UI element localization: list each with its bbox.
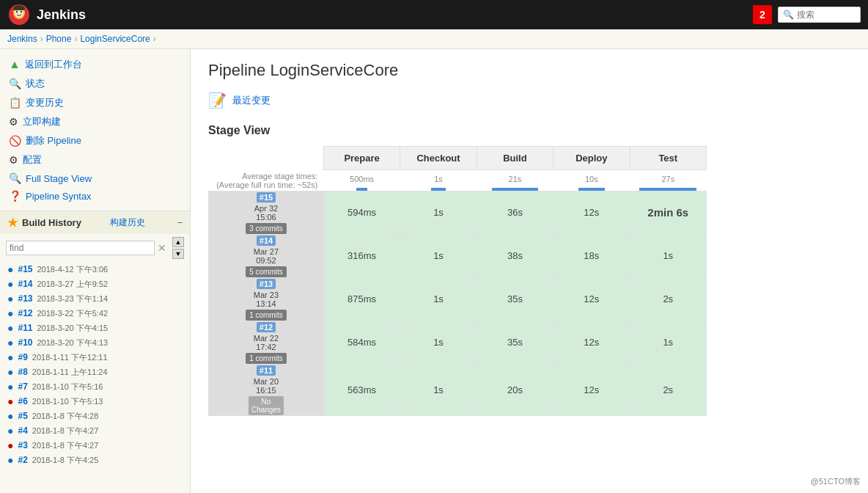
stage-cell[interactable]: 1s [630,234,706,277]
stage-time-value: 1s [663,250,673,261]
sidebar-link-syntax[interactable]: Pipeline Syntax [26,191,92,202]
build-status-icon: ● [7,278,13,290]
avg-bar [639,188,696,191]
build-nav-down-button[interactable]: ▼ [172,249,184,259]
build-nav-up-button[interactable]: ▲ [172,237,184,247]
stage-cell[interactable]: 1s [400,277,477,321]
build-number-link[interactable]: #11 [18,323,32,333]
build-list-item: ● #12 2018-3-22 下午5:42 [0,306,190,321]
page-title: Pipeline LoginServiceCore [208,61,850,80]
sidebar-item-build-now[interactable]: ⚙ 立即构建 [0,112,190,131]
build-date: 2018-1-8 下午4:27 [32,440,99,451]
stage-cell[interactable]: 1s [400,321,477,364]
stage-cell[interactable]: 20s [477,364,553,415]
stage-time-value: 875ms [347,293,376,304]
sidebar-link-config[interactable]: 配置 [23,153,42,167]
sidebar-link-back[interactable]: 返回到工作台 [25,58,82,71]
stage-cell[interactable]: 35s [477,321,553,364]
clear-search-button[interactable]: ✕ [158,242,166,254]
stage-cell[interactable]: 1s [400,191,477,234]
avg-bar [431,188,446,191]
stage-cell[interactable]: 12s [553,191,630,234]
stage-time-value: 2s [663,384,673,395]
stage-cell[interactable]: 875ms [323,277,400,321]
build-number-link[interactable]: #10 [18,337,32,348]
stage-cell[interactable]: 12s [553,364,630,415]
stage-cell[interactable]: 584ms [323,321,400,364]
breadcrumb-jenkins[interactable]: Jenkins [7,34,37,44]
build-row: #12 Mar 2217:42 1 commits 584ms1s35s12s1… [209,321,707,364]
build-number-link[interactable]: #13 [18,293,32,304]
stage-cell[interactable]: 1s [400,234,477,277]
stage-time-value: 35s [507,293,523,304]
build-number-link[interactable]: #6 [18,396,27,406]
stage-cell[interactable]: 36s [477,191,553,234]
build-date-cell: Mar 2217:42 [209,334,323,351]
stage-cell[interactable]: 18s [553,234,630,277]
build-number-link[interactable]: #4 [18,426,27,436]
build-num-badge: #15 [257,192,276,202]
stage-cell[interactable]: 12s [553,321,630,364]
build-history-link[interactable]: 构建历史 [110,216,145,229]
build-number-link[interactable]: #3 [18,440,27,450]
notepad-icon: 📝 [208,92,227,109]
sidebar-item-config[interactable]: ⚙ 配置 [0,150,190,169]
build-date: 2018-3-23 下午1:14 [37,293,108,304]
search-box[interactable]: 🔍 [778,7,861,23]
build-status-icon: ● [7,395,13,407]
sidebar-link-status[interactable]: 状态 [26,77,45,90]
build-number-link[interactable]: #2 [18,455,27,465]
stage-time-value: 584ms [347,337,376,348]
stage-cell[interactable]: 2min 6s [630,191,706,234]
sidebar-item-history[interactable]: 📋 变更历史 [0,93,190,112]
commits-badge[interactable]: 1 commits [246,353,287,364]
stage-cell[interactable]: 12s [553,277,630,321]
breadcrumb-login-service[interactable]: LoginServiceCore [80,34,150,44]
build-number-link[interactable]: #8 [18,367,27,377]
stage-cell[interactable]: 2s [630,277,706,321]
commits-badge[interactable]: 3 commits [246,223,287,234]
build-number: #15 [18,264,32,274]
stage-cell[interactable]: 38s [477,234,553,277]
magnifier-icon: 🔍 [9,78,21,90]
breadcrumb-phone[interactable]: Phone [46,34,72,44]
sidebar-link-delete[interactable]: 删除 Pipeline [26,134,81,147]
stage-time-value: 12s [584,207,599,218]
sidebar-link-build-now[interactable]: 立即构建 [23,115,61,128]
build-date-cell: Mar 2709:52 [209,247,323,265]
search-input[interactable] [797,10,856,20]
stage-cell[interactable]: 316ms [323,234,400,277]
sidebar-item-back[interactable]: ▲ 返回到工作台 [0,55,190,74]
stage-cell[interactable]: 2s [630,364,706,415]
sidebar-item-status[interactable]: 🔍 状态 [0,74,190,93]
build-num-badge: #13 [257,279,276,289]
sidebar-item-delete[interactable]: 🚫 删除 Pipeline [0,131,190,150]
recent-changes-link[interactable]: 最近变更 [232,94,271,107]
build-number: #9 [18,352,27,362]
stage-cell[interactable]: 35s [477,277,553,321]
build-number: #10 [18,337,32,348]
build-number-link[interactable]: #5 [18,411,27,421]
stage-cell[interactable]: 1s [400,364,477,415]
minus-icon[interactable]: − [177,217,183,228]
build-number-link[interactable]: #14 [18,279,32,289]
build-number-link[interactable]: #12 [18,308,32,318]
stage-time-value: 18s [584,250,599,261]
sidebar-item-full-stage[interactable]: 🔍 Full Stage View [0,169,190,187]
build-search-input[interactable] [6,241,155,255]
sidebar-item-syntax[interactable]: ❓ Pipeline Syntax [0,187,190,205]
stage-cell[interactable]: 1s [630,321,706,364]
stage-time-value: 1s [433,384,444,395]
commits-badge[interactable]: 1 commits [246,310,287,321]
build-number-link[interactable]: #7 [18,381,27,392]
sidebar-link-history[interactable]: 变更历史 [26,96,64,109]
stage-cell[interactable]: 594ms [323,191,400,234]
build-row: #15 Apr 3215:06 3 commits 594ms1s36s12s2… [209,191,707,234]
sidebar-link-full-stage[interactable]: Full Stage View [26,173,92,184]
commits-badge[interactable]: 5 commits [246,266,287,277]
build-number-link[interactable]: #15 [18,264,32,274]
stage-cell[interactable]: 563ms [323,364,400,415]
config-icon: ⚙ [9,154,18,166]
notification-badge[interactable]: 2 [753,5,772,24]
build-number-link[interactable]: #9 [18,352,27,362]
